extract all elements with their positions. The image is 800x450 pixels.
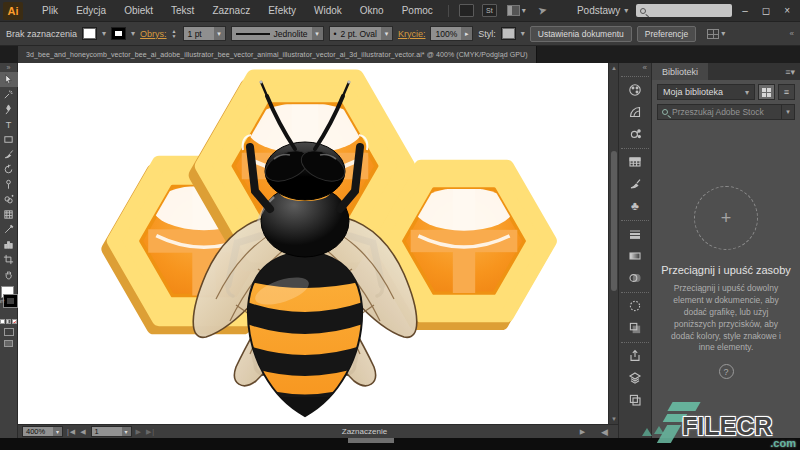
tool-artboard[interactable] [0,252,18,267]
collapse-control-bar-icon[interactable]: « [790,29,794,38]
menu-item[interactable]: Okno [351,0,393,22]
vertical-scrollbar[interactable]: ▲ ▼ [608,63,618,424]
menu-item[interactable]: Edycja [67,0,115,22]
tool-type[interactable]: T [0,117,18,132]
stock-search-box[interactable] [657,104,782,120]
tool-hand[interactable] [0,267,18,282]
tool-eyedropper[interactable] [0,222,18,237]
panel-menu-icon[interactable]: ≡▾ [785,67,795,77]
drawing-mode-button[interactable] [4,328,14,336]
close-button[interactable]: × [784,5,790,16]
canvas-artboard[interactable] [18,63,608,424]
stroke-color-swatch[interactable] [111,27,126,40]
gradient-button[interactable] [6,319,11,324]
stroke-swatch[interactable] [4,295,17,307]
menu-item[interactable]: Obiekt [115,0,162,22]
panel-icon-brushes[interactable] [623,173,647,195]
hscroll-left-icon[interactable]: ◀ [601,427,608,437]
stroke-weight-stepper[interactable]: ▲▼ [172,29,177,39]
color-button[interactable] [0,319,5,324]
last-artboard-icon[interactable]: ▶| [146,428,155,436]
stroke-weight-dropdown[interactable]: 1 pt▾ [183,26,226,41]
tool-pen[interactable] [0,102,18,117]
first-artboard-icon[interactable]: |◀ [67,428,76,436]
document-setup-button[interactable]: Ustawienia dokumentu [530,26,632,42]
tab-libraries[interactable]: Biblioteki [652,63,708,80]
tool-magic-wand[interactable] [0,87,18,102]
align-options-icon[interactable]: ▾ [707,29,725,39]
bee-honeycomb-artwork[interactable] [98,69,560,421]
library-select[interactable]: Moja biblioteka ▾ [657,84,755,100]
status-indicator[interactable]: Zaznaczenie [159,427,570,436]
panel-icon-appearance[interactable] [623,295,647,317]
panel-icon-color-guide[interactable] [623,101,647,123]
stroke-variable-width-dropdown[interactable]: Jednolite▾ [231,26,324,41]
search-scope-dropdown[interactable]: ▾ [782,104,795,120]
tool-rotate[interactable] [0,162,18,177]
swap-fill-stroke-icon[interactable]: ⇄ [0,297,5,304]
minimize-button[interactable]: – [742,5,748,16]
fill-stroke-control[interactable]: ⇄ [0,286,18,316]
panel-icon-transparency[interactable] [623,267,647,289]
opacity-dropdown[interactable]: 100%▸ [430,26,473,41]
tool-graph[interactable] [0,237,18,252]
workspace-switcher[interactable]: Podstawy ▾ [569,5,636,16]
panel-icon-gradient[interactable] [623,245,647,267]
menu-item[interactable]: Efekty [259,0,305,22]
adobe-stock-icon[interactable]: St [482,4,497,17]
menu-item[interactable]: Zaznacz [203,0,259,22]
preferences-button[interactable]: Preferencje [637,26,696,42]
app-search-box[interactable] [636,4,732,17]
gpu-performance-rocket-icon[interactable]: ➤ [537,3,549,18]
dock-expand-icon[interactable]: « [643,63,647,73]
style-swatch[interactable] [501,27,516,40]
menu-item[interactable]: Pomoc [393,0,442,22]
status-menu-icon[interactable]: ▶ [580,428,585,436]
fill-color-dropdown-icon[interactable]: ▾ [102,29,106,38]
vertical-scroll-thumb[interactable] [611,151,617,291]
tool-mesh[interactable] [0,207,18,222]
none-button[interactable] [12,319,17,324]
zoom-level-dropdown[interactable]: 400%▾ [22,426,63,437]
next-artboard-icon[interactable]: ▶ [136,428,142,436]
panel-icon-recolor-artwork[interactable] [623,123,647,145]
panel-icon-artboards[interactable] [623,389,647,411]
stock-search-input[interactable] [672,107,777,117]
screen-mode-button[interactable] [4,340,13,347]
menu-item[interactable]: Plik [33,0,67,22]
list-view-button[interactable]: ≡ [778,84,795,100]
restore-button[interactable]: ◻ [762,5,770,16]
panel-icon-color[interactable] [623,79,647,101]
panel-icon-stroke[interactable] [623,223,647,245]
grid-view-button[interactable] [758,84,775,100]
menu-item[interactable]: Widok [305,0,351,22]
stroke-panel-link[interactable]: Obrys: [140,29,167,39]
style-dropdown-icon[interactable]: ▾ [521,29,525,38]
document-tab[interactable]: 3d_bee_and_honeycomb_vector_bee_ai_adobe… [18,46,537,63]
panel-icon-symbols[interactable]: ♣ [623,195,647,217]
artboard-number-dropdown[interactable]: 1▾ [91,426,132,437]
panel-icon-layers[interactable] [623,367,647,389]
document-layout-icon[interactable]: ▾ [507,5,526,16]
bar-graph-icon [3,239,14,250]
toolbar-expand-icon[interactable]: » [7,63,11,72]
help-icon[interactable]: ? [719,364,734,379]
opacity-panel-link[interactable]: Krycie: [398,29,426,39]
bridge-icon[interactable] [459,4,474,17]
brush-definition-dropdown[interactable]: •2 pt. Oval▾ [329,26,393,41]
tool-selection[interactable] [0,72,18,87]
tool-rectangle[interactable] [0,132,18,147]
panel-icon-swatches[interactable] [623,151,647,173]
artboard-crop-icon [3,254,14,265]
previous-artboard-icon[interactable]: ◀ [80,428,86,436]
tool-paintbrush[interactable] [0,147,18,162]
menu-item[interactable]: Tekst [162,0,203,22]
panel-icon-graphic-styles[interactable] [623,317,647,339]
panel-icon-asset-export[interactable] [623,345,647,367]
fill-color-swatch[interactable] [82,27,97,40]
tool-puppet-warp[interactable] [0,177,18,192]
stroke-color-dropdown-icon[interactable]: ▾ [131,29,135,38]
horizontal-scroll-thumb[interactable] [348,438,394,443]
tool-shape-builder[interactable] [0,192,18,207]
drop-zone-circle[interactable]: + [694,186,758,250]
